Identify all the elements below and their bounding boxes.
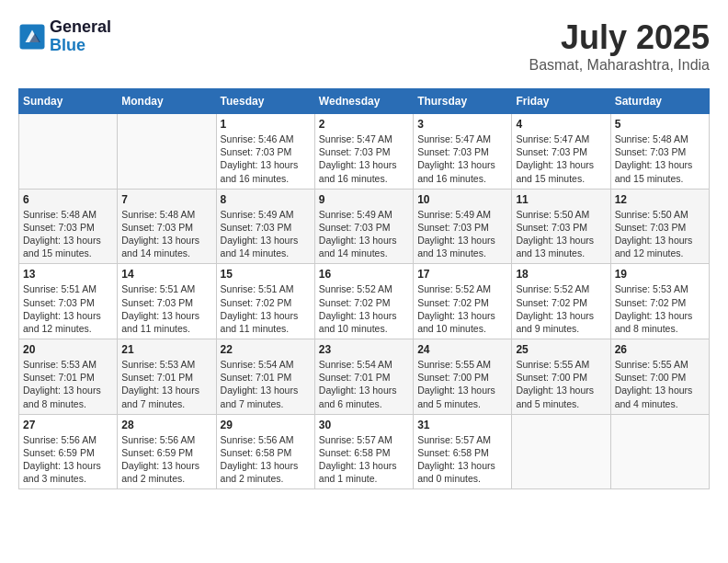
calendar-cell: 6Sunrise: 5:48 AM Sunset: 7:03 PM Daylig… [19, 189, 118, 264]
day-info: Sunrise: 5:51 AM Sunset: 7:03 PM Dayligh… [121, 282, 211, 335]
logo-icon [18, 23, 46, 51]
calendar-cell: 1Sunrise: 5:46 AM Sunset: 7:03 PM Daylig… [216, 114, 314, 190]
weekday-header-thursday: Thursday [414, 89, 512, 114]
calendar-cell: 16Sunrise: 5:52 AM Sunset: 7:02 PM Dayli… [314, 264, 413, 339]
day-info: Sunrise: 5:47 AM Sunset: 7:03 PM Dayligh… [319, 132, 409, 185]
calendar-cell [610, 414, 709, 489]
day-info: Sunrise: 5:51 AM Sunset: 7:02 PM Dayligh… [221, 282, 311, 335]
day-number: 30 [319, 419, 409, 431]
day-info: Sunrise: 5:52 AM Sunset: 7:02 PM Dayligh… [516, 282, 606, 335]
calendar-cell: 22Sunrise: 5:54 AM Sunset: 7:01 PM Dayli… [216, 339, 314, 415]
day-number: 27 [23, 419, 113, 431]
calendar-cell: 4Sunrise: 5:47 AM Sunset: 7:03 PM Daylig… [512, 114, 610, 190]
day-number: 14 [121, 268, 211, 281]
calendar-cell: 10Sunrise: 5:49 AM Sunset: 7:03 PM Dayli… [414, 189, 512, 264]
day-info: Sunrise: 5:55 AM Sunset: 7:00 PM Dayligh… [516, 358, 606, 410]
day-number: 20 [23, 343, 113, 356]
calendar-cell: 26Sunrise: 5:55 AM Sunset: 7:00 PM Dayli… [610, 339, 709, 415]
day-info: Sunrise: 5:49 AM Sunset: 7:03 PM Dayligh… [417, 208, 507, 260]
day-info: Sunrise: 5:56 AM Sunset: 6:58 PM Dayligh… [221, 433, 311, 486]
calendar-week-2: 6Sunrise: 5:48 AM Sunset: 7:03 PM Daylig… [19, 189, 710, 264]
calendar-week-1: 1Sunrise: 5:46 AM Sunset: 7:03 PM Daylig… [19, 114, 710, 190]
calendar-cell: 15Sunrise: 5:51 AM Sunset: 7:02 PM Dayli… [216, 264, 314, 339]
calendar-cell: 31Sunrise: 5:57 AM Sunset: 6:58 PM Dayli… [414, 414, 512, 489]
calendar-cell: 20Sunrise: 5:53 AM Sunset: 7:01 PM Dayli… [19, 339, 118, 415]
calendar-cell [512, 414, 610, 489]
calendar-cell: 11Sunrise: 5:50 AM Sunset: 7:03 PM Dayli… [512, 189, 610, 264]
calendar-cell: 8Sunrise: 5:49 AM Sunset: 7:03 PM Daylig… [216, 189, 314, 264]
calendar-header: SundayMondayTuesdayWednesdayThursdayFrid… [19, 89, 710, 114]
day-info: Sunrise: 5:46 AM Sunset: 7:03 PM Dayligh… [221, 132, 311, 185]
calendar-cell: 29Sunrise: 5:56 AM Sunset: 6:58 PM Dayli… [216, 414, 314, 489]
day-info: Sunrise: 5:53 AM Sunset: 7:01 PM Dayligh… [23, 358, 113, 410]
day-number: 1 [221, 118, 311, 131]
logo: General Blue [18, 18, 111, 55]
logo-general: General [50, 18, 111, 37]
logo-text: General Blue [50, 18, 111, 55]
day-info: Sunrise: 5:49 AM Sunset: 7:03 PM Dayligh… [319, 208, 409, 260]
calendar-title: July 2025 [529, 18, 710, 57]
calendar-cell: 25Sunrise: 5:55 AM Sunset: 7:00 PM Dayli… [512, 339, 610, 415]
calendar-cell: 5Sunrise: 5:48 AM Sunset: 7:03 PM Daylig… [610, 114, 709, 190]
day-info: Sunrise: 5:51 AM Sunset: 7:03 PM Dayligh… [23, 282, 113, 335]
weekday-header-tuesday: Tuesday [216, 89, 314, 114]
day-number: 26 [615, 343, 705, 356]
day-info: Sunrise: 5:52 AM Sunset: 7:02 PM Dayligh… [417, 282, 507, 335]
day-info: Sunrise: 5:56 AM Sunset: 6:59 PM Dayligh… [121, 433, 211, 486]
weekday-header-wednesday: Wednesday [314, 89, 413, 114]
calendar-cell: 30Sunrise: 5:57 AM Sunset: 6:58 PM Dayli… [314, 414, 413, 489]
calendar-cell: 21Sunrise: 5:53 AM Sunset: 7:01 PM Dayli… [118, 339, 216, 415]
calendar-cell: 3Sunrise: 5:47 AM Sunset: 7:03 PM Daylig… [414, 114, 512, 190]
calendar-week-4: 20Sunrise: 5:53 AM Sunset: 7:01 PM Dayli… [19, 339, 710, 415]
calendar-cell [118, 114, 216, 190]
day-info: Sunrise: 5:49 AM Sunset: 7:03 PM Dayligh… [221, 208, 311, 260]
day-info: Sunrise: 5:53 AM Sunset: 7:02 PM Dayligh… [615, 282, 705, 335]
day-info: Sunrise: 5:56 AM Sunset: 6:59 PM Dayligh… [23, 433, 113, 486]
day-number: 28 [121, 419, 211, 431]
calendar-cell: 17Sunrise: 5:52 AM Sunset: 7:02 PM Dayli… [414, 264, 512, 339]
weekday-header-sunday: Sunday [19, 89, 118, 114]
weekday-header-friday: Friday [512, 89, 610, 114]
day-number: 11 [516, 193, 606, 206]
day-info: Sunrise: 5:55 AM Sunset: 7:00 PM Dayligh… [417, 358, 507, 410]
day-info: Sunrise: 5:57 AM Sunset: 6:58 PM Dayligh… [417, 433, 507, 486]
calendar-cell: 12Sunrise: 5:50 AM Sunset: 7:03 PM Dayli… [610, 189, 709, 264]
day-info: Sunrise: 5:50 AM Sunset: 7:03 PM Dayligh… [615, 208, 705, 260]
day-number: 13 [23, 268, 113, 281]
day-number: 15 [221, 268, 311, 281]
day-number: 12 [615, 193, 705, 206]
calendar-cell: 27Sunrise: 5:56 AM Sunset: 6:59 PM Dayli… [19, 414, 118, 489]
day-info: Sunrise: 5:47 AM Sunset: 7:03 PM Dayligh… [417, 132, 507, 185]
day-number: 31 [417, 419, 507, 431]
calendar-subtitle: Basmat, Maharashtra, India [529, 57, 710, 74]
day-info: Sunrise: 5:54 AM Sunset: 7:01 PM Dayligh… [221, 358, 311, 410]
day-number: 8 [221, 193, 311, 206]
calendar-cell: 9Sunrise: 5:49 AM Sunset: 7:03 PM Daylig… [314, 189, 413, 264]
calendar-cell: 14Sunrise: 5:51 AM Sunset: 7:03 PM Dayli… [118, 264, 216, 339]
day-number: 23 [319, 343, 409, 356]
day-info: Sunrise: 5:55 AM Sunset: 7:00 PM Dayligh… [615, 358, 705, 410]
day-number: 22 [221, 343, 311, 356]
day-info: Sunrise: 5:52 AM Sunset: 7:02 PM Dayligh… [319, 282, 409, 335]
day-info: Sunrise: 5:48 AM Sunset: 7:03 PM Dayligh… [615, 132, 705, 185]
calendar-body: 1Sunrise: 5:46 AM Sunset: 7:03 PM Daylig… [19, 114, 710, 489]
day-number: 17 [417, 268, 507, 281]
day-number: 21 [121, 343, 211, 356]
page-header: General Blue July 2025 Basmat, Maharasht… [18, 18, 710, 74]
calendar-cell: 24Sunrise: 5:55 AM Sunset: 7:00 PM Dayli… [414, 339, 512, 415]
day-number: 2 [319, 118, 409, 131]
day-number: 19 [615, 268, 705, 281]
day-number: 25 [516, 343, 606, 356]
calendar-cell: 13Sunrise: 5:51 AM Sunset: 7:03 PM Dayli… [19, 264, 118, 339]
calendar-cell: 7Sunrise: 5:48 AM Sunset: 7:03 PM Daylig… [118, 189, 216, 264]
calendar-cell: 28Sunrise: 5:56 AM Sunset: 6:59 PM Dayli… [118, 414, 216, 489]
weekday-header-monday: Monday [118, 89, 216, 114]
day-info: Sunrise: 5:53 AM Sunset: 7:01 PM Dayligh… [121, 358, 211, 410]
day-number: 29 [221, 419, 311, 431]
day-number: 18 [516, 268, 606, 281]
day-info: Sunrise: 5:54 AM Sunset: 7:01 PM Dayligh… [319, 358, 409, 410]
day-number: 4 [516, 118, 606, 131]
calendar-table: SundayMondayTuesdayWednesdayThursdayFrid… [18, 88, 710, 489]
day-number: 24 [417, 343, 507, 356]
day-info: Sunrise: 5:48 AM Sunset: 7:03 PM Dayligh… [121, 208, 211, 260]
